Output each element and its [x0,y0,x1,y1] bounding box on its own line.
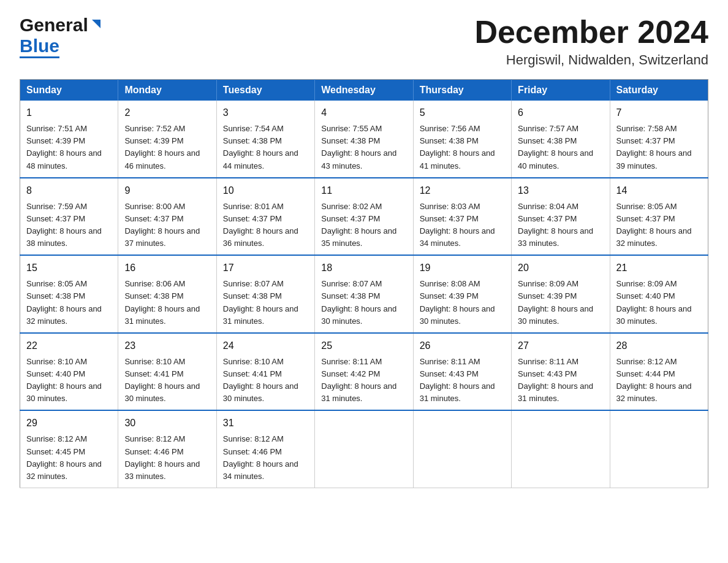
calendar-cell: 7Sunrise: 7:58 AMSunset: 4:37 PMDaylight… [610,101,708,178]
day-number: 11 [321,183,406,198]
day-info: Sunrise: 8:02 AMSunset: 4:37 PMDaylight:… [321,201,406,250]
day-info: Sunrise: 8:11 AMSunset: 4:43 PMDaylight:… [420,356,505,405]
day-number: 8 [26,183,112,198]
calendar-cell: 9Sunrise: 8:00 AMSunset: 4:37 PMDaylight… [118,178,216,256]
day-number: 19 [420,261,505,275]
calendar-header-row: Sunday Monday Tuesday Wednesday Thursday… [20,80,708,101]
day-info: Sunrise: 7:59 AMSunset: 4:37 PMDaylight:… [26,201,112,250]
day-info: Sunrise: 8:01 AMSunset: 4:37 PMDaylight:… [223,201,308,250]
calendar-cell: 26Sunrise: 8:11 AMSunset: 4:43 PMDayligh… [413,333,511,411]
day-info: Sunrise: 8:00 AMSunset: 4:37 PMDaylight:… [124,201,210,250]
day-number: 9 [124,183,210,198]
calendar-cell [610,410,708,488]
logo: General Blue [20,15,103,56]
day-number: 20 [518,261,603,275]
col-thursday: Thursday [413,80,511,101]
col-wednesday: Wednesday [315,80,413,101]
day-number: 30 [124,416,210,431]
day-number: 28 [616,339,702,353]
calendar-cell: 6Sunrise: 7:57 AMSunset: 4:38 PMDaylight… [512,101,610,178]
day-info: Sunrise: 7:51 AMSunset: 4:39 PMDaylight:… [26,123,112,172]
day-number: 18 [321,261,406,275]
calendar-cell: 27Sunrise: 8:11 AMSunset: 4:43 PMDayligh… [512,333,610,411]
day-info: Sunrise: 7:52 AMSunset: 4:39 PMDaylight:… [124,123,210,172]
calendar-week-row: 8Sunrise: 7:59 AMSunset: 4:37 PMDaylight… [20,178,708,256]
calendar-week-row: 29Sunrise: 8:12 AMSunset: 4:45 PMDayligh… [20,410,708,488]
day-number: 24 [223,339,308,353]
day-info: Sunrise: 7:56 AMSunset: 4:38 PMDaylight:… [420,123,505,172]
day-number: 14 [616,183,702,198]
calendar-cell [315,410,413,488]
calendar-cell: 3Sunrise: 7:54 AMSunset: 4:38 PMDaylight… [216,101,314,178]
page-header: General Blue December 2024 Hergiswil, Ni… [20,15,708,68]
calendar-cell: 14Sunrise: 8:05 AMSunset: 4:37 PMDayligh… [610,178,708,256]
day-number: 25 [321,339,406,353]
calendar-cell: 16Sunrise: 8:06 AMSunset: 4:38 PMDayligh… [118,255,216,333]
col-sunday: Sunday [20,80,118,101]
col-friday: Friday [512,80,610,101]
calendar-cell: 13Sunrise: 8:04 AMSunset: 4:37 PMDayligh… [512,178,610,256]
calendar-cell: 17Sunrise: 8:07 AMSunset: 4:38 PMDayligh… [216,255,314,333]
calendar-cell: 15Sunrise: 8:05 AMSunset: 4:38 PMDayligh… [20,255,118,333]
day-number: 13 [518,183,603,198]
day-info: Sunrise: 8:11 AMSunset: 4:43 PMDaylight:… [518,356,603,405]
day-info: Sunrise: 8:11 AMSunset: 4:42 PMDaylight:… [321,356,406,405]
day-number: 10 [223,183,308,198]
logo-general: General [20,15,88,36]
calendar-cell: 10Sunrise: 8:01 AMSunset: 4:37 PMDayligh… [216,178,314,256]
day-number: 26 [420,339,505,353]
day-info: Sunrise: 8:09 AMSunset: 4:40 PMDaylight:… [616,278,702,327]
day-info: Sunrise: 8:09 AMSunset: 4:39 PMDaylight:… [518,278,603,327]
calendar-week-row: 22Sunrise: 8:10 AMSunset: 4:40 PMDayligh… [20,333,708,411]
day-number: 2 [124,105,210,120]
month-year-title: December 2024 [474,15,708,50]
day-info: Sunrise: 8:07 AMSunset: 4:38 PMDaylight:… [223,278,308,327]
calendar-cell: 29Sunrise: 8:12 AMSunset: 4:45 PMDayligh… [20,410,118,488]
day-info: Sunrise: 8:03 AMSunset: 4:37 PMDaylight:… [420,201,505,250]
day-number: 4 [321,105,406,120]
title-section: December 2024 Hergiswil, Nidwalden, Swit… [474,15,708,68]
calendar-cell: 21Sunrise: 8:09 AMSunset: 4:40 PMDayligh… [610,255,708,333]
calendar-cell: 19Sunrise: 8:08 AMSunset: 4:39 PMDayligh… [413,255,511,333]
calendar-cell: 20Sunrise: 8:09 AMSunset: 4:39 PMDayligh… [512,255,610,333]
day-info: Sunrise: 8:12 AMSunset: 4:44 PMDaylight:… [616,356,702,405]
day-info: Sunrise: 8:07 AMSunset: 4:38 PMDaylight:… [321,278,406,327]
day-info: Sunrise: 8:06 AMSunset: 4:38 PMDaylight:… [124,278,210,327]
day-info: Sunrise: 7:57 AMSunset: 4:38 PMDaylight:… [518,123,603,172]
col-monday: Monday [118,80,216,101]
calendar-cell: 4Sunrise: 7:55 AMSunset: 4:38 PMDaylight… [315,101,413,178]
day-number: 12 [420,183,505,198]
day-number: 1 [26,105,112,120]
calendar-cell: 22Sunrise: 8:10 AMSunset: 4:40 PMDayligh… [20,333,118,411]
day-info: Sunrise: 8:04 AMSunset: 4:37 PMDaylight:… [518,201,603,250]
day-number: 21 [616,261,702,275]
svg-marker-0 [92,20,100,28]
day-info: Sunrise: 7:55 AMSunset: 4:38 PMDaylight:… [321,123,406,172]
calendar-cell: 1Sunrise: 7:51 AMSunset: 4:39 PMDaylight… [20,101,118,178]
day-info: Sunrise: 8:10 AMSunset: 4:40 PMDaylight:… [26,356,112,405]
day-number: 17 [223,261,308,275]
day-info: Sunrise: 7:58 AMSunset: 4:37 PMDaylight:… [616,123,702,172]
calendar-cell [413,410,511,488]
day-number: 3 [223,105,308,120]
calendar-cell: 5Sunrise: 7:56 AMSunset: 4:38 PMDaylight… [413,101,511,178]
calendar-cell [512,410,610,488]
col-saturday: Saturday [610,80,708,101]
calendar-week-row: 1Sunrise: 7:51 AMSunset: 4:39 PMDaylight… [20,101,708,178]
logo-blue: Blue [20,36,59,58]
day-number: 23 [124,339,210,353]
calendar-cell: 24Sunrise: 8:10 AMSunset: 4:41 PMDayligh… [216,333,314,411]
day-number: 29 [26,416,112,431]
day-number: 27 [518,339,603,353]
day-info: Sunrise: 8:10 AMSunset: 4:41 PMDaylight:… [223,356,308,405]
day-number: 6 [518,105,603,120]
calendar-cell: 28Sunrise: 8:12 AMSunset: 4:44 PMDayligh… [610,333,708,411]
day-info: Sunrise: 8:12 AMSunset: 4:45 PMDaylight:… [26,433,112,483]
day-info: Sunrise: 8:12 AMSunset: 4:46 PMDaylight:… [124,433,210,483]
calendar-cell: 11Sunrise: 8:02 AMSunset: 4:37 PMDayligh… [315,178,413,256]
calendar-cell: 31Sunrise: 8:12 AMSunset: 4:46 PMDayligh… [216,410,314,488]
day-number: 16 [124,261,210,275]
calendar-table: Sunday Monday Tuesday Wednesday Thursday… [20,79,708,488]
calendar-cell: 25Sunrise: 8:11 AMSunset: 4:42 PMDayligh… [315,333,413,411]
col-tuesday: Tuesday [216,80,314,101]
